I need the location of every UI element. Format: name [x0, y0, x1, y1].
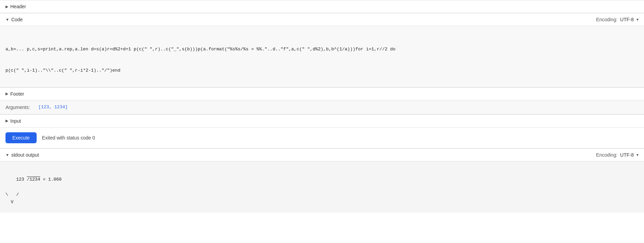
header-label: Header: [10, 4, 26, 9]
code-line-2: p(c(" ",i-1).."\\"..c(" ",r-i*2-1).."/")…: [5, 67, 639, 74]
stdout-label: stdout output: [11, 152, 39, 158]
stdout-section-header[interactable]: ▼ stdout output Encoding: UTF-8 ▾: [0, 148, 644, 161]
stdout-encoding-value: UTF-8: [620, 152, 634, 158]
stdout-line-1: 123 /1234 = 1.060: [5, 168, 639, 191]
input-triangle: ▶: [5, 119, 8, 123]
code-triangle: ▼: [5, 17, 9, 22]
code-block: a,b=... p,c,s=print,a.rep,a.len d=s(a)r=…: [0, 26, 644, 87]
stdout-line-2: \ /: [5, 191, 639, 198]
code-section-header[interactable]: ▼ Code Encoding: UTF-8 ▾: [0, 13, 644, 26]
input-label: Input: [10, 118, 21, 124]
execute-row: Execute Exited with status code 0: [0, 127, 644, 148]
footer-section[interactable]: ▶ Footer: [0, 87, 644, 100]
header-triangle: ▶: [5, 4, 8, 9]
footer-label: Footer: [10, 91, 24, 97]
stdout-overline: /1234: [27, 177, 40, 182]
arguments-row: Arguments: [123, 1234]: [0, 100, 644, 114]
code-label: Code: [11, 17, 23, 22]
code-encoding-label: Encoding:: [596, 17, 617, 22]
stdout-triangle: ▼: [5, 153, 9, 157]
code-encoding-chevron[interactable]: ▾: [636, 17, 639, 22]
stdout-post: = 1.060: [40, 177, 61, 182]
footer-triangle: ▶: [5, 92, 8, 96]
arguments-label: Arguments:: [5, 105, 33, 110]
code-encoding-value: UTF-8: [620, 17, 634, 22]
stdout-block: 123 /1234 = 1.060 \ / V: [0, 161, 644, 213]
code-line-1: a,b=... p,c,s=print,a.rep,a.len d=s(a)r=…: [5, 46, 639, 53]
stdout-line-3: V: [5, 198, 639, 206]
input-section[interactable]: ▶ Input: [0, 114, 644, 127]
status-text: Exited with status code 0: [42, 135, 95, 141]
arguments-value: [123, 1234]: [38, 105, 68, 110]
execute-button[interactable]: Execute: [5, 132, 37, 143]
header-section[interactable]: ▶ Header: [0, 0, 644, 13]
stdout-encoding-label: Encoding:: [596, 152, 617, 158]
stdout-pre: 123: [16, 177, 27, 182]
stdout-encoding-chevron[interactable]: ▾: [636, 153, 639, 157]
